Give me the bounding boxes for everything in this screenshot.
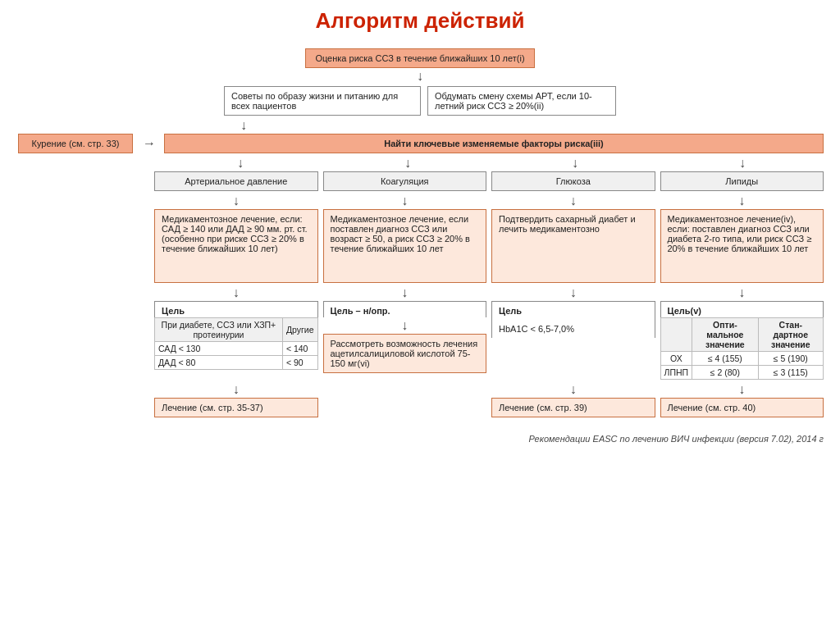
col4-treatment-link: Лечение (см. стр. 40) xyxy=(660,398,824,417)
col1-treatment: Медикаментозное лечение, если: САД ≥ 140… xyxy=(154,209,318,283)
arrow-col1d: ↓ xyxy=(154,383,318,396)
find-factors-box: Найти ключевые изменяемые факторы риска(… xyxy=(164,134,824,153)
lipid-header-2: Стан-дартное значение xyxy=(758,318,823,352)
arrow-col1: ↓ xyxy=(159,157,322,170)
arrow-col4d: ↓ xyxy=(660,383,824,396)
col1-target-table: При диабете, ССЗ или ХЗП+ протеинурии Др… xyxy=(154,317,318,370)
col2-treatment: Медикаментозное лечение, если поставлен … xyxy=(323,209,487,283)
col1-treatment-link: Лечение (см. стр. 35-37) xyxy=(154,398,318,417)
col4: Липиды xyxy=(660,171,824,191)
lipid-row1-col2: ≤ 5 (190) xyxy=(758,352,823,366)
arrow-col4b: ↓ xyxy=(660,194,824,207)
col3-target-title: Цель xyxy=(491,301,655,320)
lipid-row2-col1: ≤ 2 (80) xyxy=(692,366,759,380)
col3: Глюкоза xyxy=(491,171,655,191)
arrow-col2d-empty xyxy=(323,381,487,398)
col2-target-title: Цель – н/опр. xyxy=(323,301,487,317)
col3-target-value: HbA1C < 6,5-7,0% xyxy=(491,320,655,338)
col3-header: Глюкоза xyxy=(491,171,655,191)
footer-note: Рекомендации EASC по лечению ВИЧ инфекци… xyxy=(16,434,824,444)
arrow-col1b: ↓ xyxy=(154,194,318,207)
bp-header-1: При диабете, ССЗ или ХЗП+ протеинурии xyxy=(155,318,283,342)
art-box: Обдумать смену схемы АРТ, если 10-летний… xyxy=(427,86,616,116)
lipid-row2-col0: ЛПНП xyxy=(660,366,692,380)
arrow2: ↓ xyxy=(0,119,647,132)
lipid-header-0 xyxy=(660,318,692,352)
arrow-col2: ↓ xyxy=(326,157,489,170)
col2-header: Коагуляция xyxy=(323,171,487,191)
page-title: Алгоритм действий xyxy=(16,8,824,34)
lipid-header-1: Опти-мальное значение xyxy=(692,318,759,352)
col4-target-title: Цель(v) xyxy=(660,301,824,317)
col2: Коагуляция xyxy=(323,171,487,191)
col3-treatment: Подтвердить сахарный диабет и лечить мед… xyxy=(491,209,655,283)
bp-row2-col1: ДАД < 80 xyxy=(155,356,283,370)
arrow-col2-asp: ↓ xyxy=(323,319,487,332)
arrow-col2b: ↓ xyxy=(323,194,487,207)
arrow-col1c: ↓ xyxy=(154,286,318,299)
col4-treatment: Медикаментозное лечение(iv), если: поста… xyxy=(660,209,824,283)
arrow-col3d: ↓ xyxy=(491,383,655,396)
risk-assessment-box: Оценка риска ССЗ в течение ближайших 10 … xyxy=(305,48,535,68)
lipid-row2-col2: ≤ 3 (115) xyxy=(758,366,823,380)
bp-row2-col2: < 90 xyxy=(282,356,317,370)
arrow1: ↓ xyxy=(417,70,423,83)
arrow-col4: ↓ xyxy=(661,157,824,170)
arrow-right-smoking: → xyxy=(143,136,156,151)
arrow-col2c: ↓ xyxy=(323,286,487,299)
col1-header: Артериальное давление xyxy=(154,171,318,191)
arrow-col4c: ↓ xyxy=(660,286,824,299)
advice-box: Советы по образу жизни и питанию для все… xyxy=(224,86,421,116)
arrow-col3c: ↓ xyxy=(491,286,655,299)
col4-target-table: Опти-мальное значение Стан-дартное значе… xyxy=(660,317,824,380)
lipid-row1-col1: ≤ 4 (155) xyxy=(692,352,759,366)
lipid-row1-col0: ОХ xyxy=(660,352,692,366)
col3-treatment-link: Лечение (см. стр. 39) xyxy=(491,398,655,417)
arrow-col3b: ↓ xyxy=(491,194,655,207)
main-flow: Оценка риска ССЗ в течение ближайших 10 … xyxy=(16,48,824,421)
smoking-box: Курение (см. стр. 33) xyxy=(18,134,133,153)
col4-header: Липиды xyxy=(660,171,824,191)
col1: Артериальное давление xyxy=(154,171,318,191)
col1-target-title: Цель xyxy=(154,301,318,317)
col2-aspirin: Рассмотреть возможность лечения ацетилса… xyxy=(323,334,487,373)
bp-row1-col1: САД < 130 xyxy=(155,342,283,356)
bp-header-2: Другие xyxy=(282,318,317,342)
arrow-col3: ↓ xyxy=(494,157,656,170)
bp-row1-col2: < 140 xyxy=(282,342,317,356)
